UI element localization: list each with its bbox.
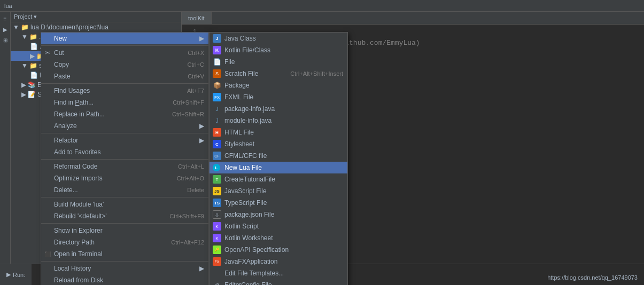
menu-item-refactor[interactable]: Refactor ▶ bbox=[41, 134, 208, 146]
menu-label-reload: Reload from Disk bbox=[54, 276, 103, 284]
sep4 bbox=[41, 159, 208, 160]
menu-item-reload[interactable]: Reload from Disk bbox=[41, 274, 208, 285]
submenu-fxml[interactable]: FX FXML File bbox=[210, 91, 347, 103]
terminal-icon: ⬛ bbox=[43, 250, 52, 258]
menu-label-analyze: Analyze bbox=[54, 122, 77, 130]
menu-label-rebuild: Rebuild '<default>' bbox=[54, 212, 107, 220]
submenu-stylesheet[interactable]: C Stylesheet bbox=[210, 138, 347, 150]
menu-label-local-history: Local History bbox=[54, 265, 91, 272]
menu-label-delete: Delete... bbox=[54, 186, 78, 194]
submenu-kotlin-worksheet[interactable]: K Kotlin Worksheet bbox=[210, 232, 347, 244]
menu-label-find-in-path: Find in Path... bbox=[54, 99, 94, 106]
package-icon: 📦 bbox=[213, 81, 221, 90]
submenu-pkg-info[interactable]: J package-info.java bbox=[210, 103, 347, 115]
submenu-label-java-class: Java Class bbox=[224, 35, 256, 42]
shortcut-optimize: Ctrl+Alt+O bbox=[177, 175, 204, 181]
sidebar-icon-1[interactable]: ≡ bbox=[1, 14, 10, 23]
run-icon: ▶ bbox=[6, 271, 11, 278]
menu-item-copy[interactable]: Copy Ctrl+C bbox=[41, 59, 208, 70]
menu-item-cut[interactable]: ✂ Cut Ctrl+X bbox=[41, 47, 208, 59]
menu-label-refactor: Refactor bbox=[54, 137, 78, 144]
url-watermark: https://blog.csdn.net/qq_16749073 bbox=[547, 274, 638, 281]
submenu-label-pkg-info: package-info.java bbox=[224, 105, 275, 113]
menu-item-show-explorer[interactable]: Show in Explorer bbox=[41, 225, 208, 236]
submenu-label-module-info: module-info.java bbox=[224, 117, 271, 124]
submenu-label-js: JavaScript File bbox=[224, 187, 267, 195]
submenu-cfml[interactable]: CF CFML/CFC file bbox=[210, 150, 347, 162]
submenu-javafx[interactable]: FX JavaFXApplication bbox=[210, 256, 347, 267]
submenu-scratch[interactable]: S Scratch File Ctrl+Alt+Shift+Insert bbox=[210, 68, 347, 80]
run-tab[interactable]: ▶ Run: bbox=[0, 264, 32, 285]
sidebar-icon-3[interactable]: ⊞ bbox=[1, 35, 10, 45]
menu-item-replace-in-path[interactable]: Replace in Path... Ctrl+Shift+R bbox=[41, 108, 208, 120]
menu-item-find-in-path[interactable]: Find in Path... Ctrl+Shift+F bbox=[41, 97, 208, 108]
submenu-label-javafx: JavaFXApplication bbox=[224, 258, 277, 265]
submenu-js[interactable]: JS JavaScript File bbox=[210, 185, 347, 197]
menu-item-new[interactable]: New ▶ bbox=[41, 33, 208, 44]
context-menu: New ▶ ✂ Cut Ctrl+X Copy Ctrl+C Paste Ctr… bbox=[41, 32, 209, 285]
menu-item-optimize[interactable]: Optimize Imports Ctrl+Alt+O bbox=[41, 172, 208, 184]
menu-item-analyze[interactable]: Analyze ▶ bbox=[41, 120, 208, 132]
menu-item-reformat[interactable]: Reformat Code Ctrl+Alt+L bbox=[41, 161, 208, 172]
menu-item-find-usages[interactable]: Find Usages Alt+F7 bbox=[41, 85, 208, 97]
submenu-new-lua[interactable]: L New Lua File bbox=[210, 162, 347, 173]
submenu-new: J Java Class K Kotlin File/Class 📄 File … bbox=[209, 32, 348, 285]
submenu-label-openapi: OpenAPI Specification bbox=[224, 246, 289, 254]
left-sidebar: ≡ ▶ ⊞ bbox=[0, 12, 11, 264]
submenu-label-kotlin-worksheet: Kotlin Worksheet bbox=[224, 234, 273, 242]
sep6 bbox=[41, 223, 208, 224]
submenu-ts[interactable]: TS TypeScript File bbox=[210, 197, 347, 209]
submenu-module-info[interactable]: J module-info.java bbox=[210, 115, 347, 126]
lua-icon: L bbox=[213, 164, 220, 171]
menu-item-open-terminal[interactable]: ⬛ Open in Terminal bbox=[41, 248, 208, 260]
url-label: https://blog.csdn.net/qq_16749073 bbox=[547, 274, 638, 281]
menu-item-rebuild[interactable]: Rebuild '<default>' Ctrl+Shift+F9 bbox=[41, 210, 208, 222]
submenu-html[interactable]: H HTML File bbox=[210, 126, 347, 138]
sidebar-icon-2[interactable]: ▶ bbox=[1, 25, 10, 34]
submenu-java-class[interactable]: J Java Class bbox=[210, 33, 347, 44]
pkg-info-icon: J bbox=[213, 105, 221, 113]
tree-item-root[interactable]: ▼ 📁 lua D:\document\project\lua bbox=[11, 22, 181, 32]
submenu-kotlin-file[interactable]: K Kotlin File/Class bbox=[210, 44, 347, 56]
project-name: lua bbox=[4, 3, 12, 9]
submenu-label-fxml: FXML File bbox=[224, 93, 253, 101]
submenu-label-stylesheet: Stylesheet bbox=[224, 140, 254, 148]
menu-item-paste[interactable]: Paste Ctrl+V bbox=[41, 70, 208, 82]
menu-label-build-module: Build Module 'lua' bbox=[54, 201, 104, 208]
tab-label: toolKit bbox=[188, 15, 205, 21]
menu-label-show-explorer: Show in Explorer bbox=[54, 227, 103, 234]
run-tab-label: Run: bbox=[13, 272, 25, 278]
fxml-icon: FX bbox=[213, 93, 221, 101]
menu-label-copy: Copy bbox=[54, 61, 69, 68]
shortcut-rebuild: Ctrl+Shift+F9 bbox=[169, 213, 204, 219]
shortcut-paste: Ctrl+V bbox=[188, 73, 204, 80]
kotlin-script-icon: K bbox=[213, 222, 221, 231]
submenu-label-tutorial: CreateTutorialFile bbox=[224, 176, 275, 183]
submenu-editorconfig[interactable]: ⚙ EditorConfig File bbox=[210, 279, 347, 285]
submenu-openapi[interactable]: 🔑 OpenAPI Specification bbox=[210, 244, 347, 256]
submenu-edit-templates[interactable]: Edit File Templates... bbox=[210, 267, 347, 279]
editor-tab-toolkit[interactable]: toolKit bbox=[182, 12, 212, 24]
js-icon: JS bbox=[213, 187, 221, 195]
submenu-label-file: File bbox=[224, 58, 235, 66]
menu-item-local-history[interactable]: Local History ▶ bbox=[41, 263, 208, 274]
shortcut-directory: Ctrl+Alt+F12 bbox=[171, 239, 204, 246]
cfml-icon: CF bbox=[213, 152, 221, 160]
sep7 bbox=[41, 261, 208, 262]
submenu-label-lua: New Lua File bbox=[224, 164, 262, 171]
panel-header: Project ▾ bbox=[11, 12, 181, 22]
submenu-tutorial[interactable]: T CreateTutorialFile bbox=[210, 173, 347, 185]
shortcut-copy: Ctrl+C bbox=[188, 61, 204, 68]
menu-item-delete[interactable]: Delete... Delete bbox=[41, 184, 208, 196]
menu-item-directory-path[interactable]: Directory Path Ctrl+Alt+F12 bbox=[41, 236, 208, 248]
sep5 bbox=[41, 197, 208, 197]
submenu-file[interactable]: 📄 File bbox=[210, 56, 347, 68]
menu-label-replace-in-path: Replace in Path... bbox=[54, 110, 105, 118]
shortcut-delete: Delete bbox=[187, 187, 204, 193]
menu-item-add-favorites[interactable]: Add to Favorites bbox=[41, 146, 208, 158]
shortcut-find-in-path: Ctrl+Shift+F bbox=[173, 99, 204, 106]
submenu-kotlin-script[interactable]: K Kotlin Script bbox=[210, 220, 347, 232]
menu-item-build-module[interactable]: Build Module 'lua' bbox=[41, 199, 208, 210]
submenu-pkg-json[interactable]: {} package.json File bbox=[210, 209, 347, 220]
submenu-package[interactable]: 📦 Package bbox=[210, 80, 347, 91]
